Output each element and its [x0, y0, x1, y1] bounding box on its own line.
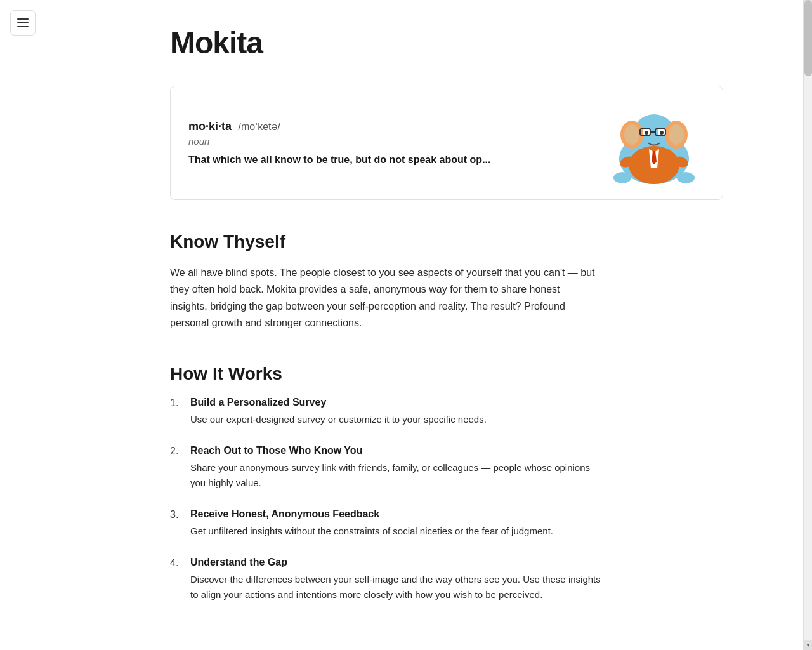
- step-number-4: 4.: [170, 557, 185, 569]
- step-desc-4: Discover the differences between your se…: [190, 572, 603, 602]
- steps-list: 1. Build a Personalized Survey Use our e…: [170, 397, 723, 602]
- step-content-3: Receive Honest, Anonymous Feedback Get u…: [190, 508, 723, 539]
- step-title-4: Understand the Gap: [190, 557, 723, 568]
- step-title-3: Receive Honest, Anonymous Feedback: [190, 508, 723, 520]
- definition-word: mo·ki·ta: [188, 120, 232, 133]
- scrollbar-thumb[interactable]: [804, 0, 812, 76]
- cta-section: › Get Started: [170, 634, 723, 650]
- svg-point-5: [669, 124, 684, 145]
- svg-point-17: [677, 172, 695, 183]
- scrollbar-arrow-down[interactable]: ▼: [804, 640, 812, 650]
- hamburger-icon: [17, 18, 29, 27]
- list-item: 4. Understand the Gap Discover the diffe…: [170, 557, 723, 602]
- list-item: 2. Reach Out to Those Who Know You Share…: [170, 445, 723, 491]
- know-thyself-body: We all have blind spots. The people clos…: [170, 265, 595, 332]
- list-item: 1. Build a Personalized Survey Use our e…: [170, 397, 723, 427]
- page-title: Mokita: [170, 25, 723, 60]
- definition-part-of-speech: noun: [188, 136, 591, 147]
- svg-point-16: [613, 172, 631, 183]
- step-number-2: 2.: [170, 445, 185, 457]
- step-desc-3: Get unfiltered insights without the cons…: [190, 524, 603, 539]
- step-desc-1: Use our expert-designed survey or custom…: [190, 412, 603, 427]
- definition-word-line: mo·ki·ta /mōˈkētə/: [188, 120, 591, 133]
- list-item: 3. Receive Honest, Anonymous Feedback Ge…: [170, 508, 723, 539]
- step-number-3: 3.: [170, 508, 185, 521]
- menu-button[interactable]: [10, 10, 36, 36]
- definition-pronunciation: /mōˈkētə/: [238, 121, 280, 132]
- step-content-4: Understand the Gap Discover the differen…: [190, 557, 723, 602]
- scrollbar[interactable]: ▲ ▼: [803, 0, 812, 650]
- definition-text: That which we all know to be true, but d…: [188, 154, 591, 166]
- definition-card: mo·ki·ta /mōˈkētə/ noun That which we al…: [170, 86, 723, 200]
- how-it-works-title: How It Works: [170, 364, 723, 384]
- elephant-illustration-top: [603, 102, 705, 184]
- step-content-1: Build a Personalized Survey Use our expe…: [190, 397, 723, 427]
- svg-point-11: [645, 131, 648, 135]
- how-it-works-section: How It Works 1. Build a Personalized Sur…: [170, 364, 723, 602]
- step-title-1: Build a Personalized Survey: [190, 397, 723, 408]
- step-desc-2: Share your anonymous survey link with fr…: [190, 460, 603, 491]
- step-title-2: Reach Out to Those Who Know You: [190, 445, 723, 456]
- svg-point-4: [624, 124, 639, 145]
- definition-content: mo·ki·ta /mōˈkētə/ noun That which we al…: [188, 120, 591, 166]
- step-content-2: Reach Out to Those Who Know You Share yo…: [190, 445, 723, 491]
- svg-point-12: [660, 131, 664, 135]
- step-number-1: 1.: [170, 397, 185, 409]
- elephant-illustration-bottom: [622, 634, 723, 650]
- know-thyself-title: Know Thyself: [170, 232, 723, 252]
